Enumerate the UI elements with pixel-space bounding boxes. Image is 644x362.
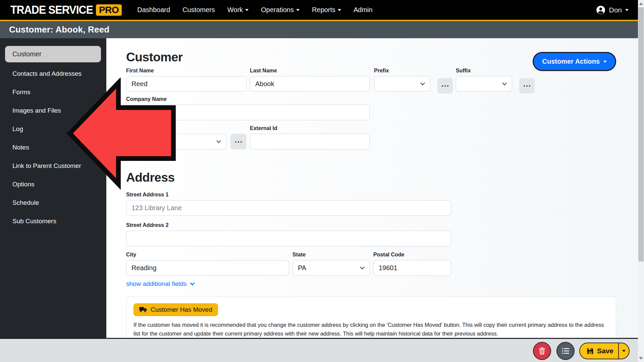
external-id-label: External Id [250, 125, 370, 131]
sidebar-item-contacts-and-addresses[interactable]: Contacts and Addresses [0, 64, 106, 83]
last-name-label: Last Name [250, 68, 370, 74]
page-header: Customer: Abook, Reed [0, 21, 638, 38]
sidebar-item-log[interactable]: Log [0, 120, 106, 138]
caret-down-icon [625, 9, 629, 11]
city-field-group: City [126, 252, 289, 276]
caret-down-icon [338, 9, 341, 11]
street-address-2-input[interactable] [126, 231, 451, 246]
caret-down-icon [296, 9, 300, 11]
nav-menu: Dashboard Customers Work Operations Repo… [137, 6, 372, 14]
chevron-down-icon [360, 266, 365, 269]
bottom-action-bar: Save [0, 338, 638, 362]
chevron-down-icon [420, 82, 425, 85]
suffix-label: Suffix [456, 68, 512, 74]
prefix-field-group: Prefix [374, 68, 430, 92]
save-icon [586, 347, 594, 355]
show-additional-fields-link[interactable]: show additional fields [126, 280, 195, 288]
scrollbar-thumb[interactable] [638, 7, 644, 261]
first-name-field-group: First Name [126, 68, 247, 92]
street-address-1-label: Street Address 1 [126, 192, 451, 198]
truck-icon [139, 307, 147, 313]
state-label: State [292, 252, 370, 258]
scrollbar-down-arrow-icon[interactable] [639, 357, 643, 360]
external-id-input[interactable] [250, 134, 370, 149]
street-address-2-label: Street Address 2 [126, 222, 451, 228]
person-circle-icon [596, 5, 605, 15]
delete-button[interactable] [533, 342, 551, 360]
page-title: Customer: Abook, Reed [9, 24, 109, 35]
nav-item-admin[interactable]: Admin [354, 6, 373, 14]
app-window: TRADE SERVICE PRO Dashboard Customers Wo… [0, 0, 644, 362]
company-name-label: Company Name [126, 96, 370, 102]
main-content: Customer Customer Actions First Name Las… [106, 38, 638, 338]
list-icon [561, 347, 570, 355]
first-name-input[interactable] [126, 76, 247, 92]
address-section-title: Address [126, 171, 175, 185]
chevron-down-icon [190, 282, 195, 286]
city-input[interactable] [126, 260, 289, 276]
customer-type-more-button[interactable]: ⋯ [230, 134, 247, 149]
page-scrollbar[interactable] [638, 0, 644, 362]
sidebar-item-notes[interactable]: Notes [0, 138, 106, 157]
first-name-label: First Name [126, 68, 247, 74]
prefix-more-button[interactable]: ⋯ [437, 78, 453, 94]
street-address-1-input[interactable] [126, 200, 451, 216]
customer-type-field-group [126, 134, 226, 149]
save-split-button: Save [579, 343, 630, 359]
postal-code-field-group: Postal Code [373, 252, 451, 276]
postal-code-label: Postal Code [373, 252, 451, 258]
customer-has-moved-description: If the customer has moved it is recommen… [133, 320, 608, 338]
save-button[interactable]: Save [580, 343, 618, 359]
suffix-field-group: Suffix [456, 68, 512, 92]
sidebar-item-link-to-parent-customer[interactable]: Link to Parent Customer [0, 157, 106, 175]
street-address-1-field-group: Street Address 1 [126, 192, 451, 216]
sidebar-item-sub-customers[interactable]: Sub Customers [0, 212, 106, 230]
user-name: Don [609, 6, 622, 14]
sidebar-item-forms[interactable]: Forms [0, 83, 106, 101]
brand-pro-badge: PRO [96, 4, 122, 16]
sidebar-item-images-and-files[interactable]: Images and Files [0, 101, 106, 120]
customer-has-moved-panel: Customer Has Moved If the customer has m… [126, 297, 616, 338]
nav-item-operations[interactable]: Operations [261, 6, 300, 14]
customer-has-moved-button[interactable]: Customer Has Moved [133, 303, 218, 316]
sidebar-item-options[interactable]: Options [0, 175, 106, 193]
brand-name: TRADE SERVICE [10, 3, 93, 17]
chevron-down-icon [502, 82, 507, 85]
list-button[interactable] [556, 342, 575, 360]
customer-section-title: Customer [126, 50, 183, 64]
company-name-input[interactable] [126, 105, 370, 120]
caret-down-icon [245, 9, 249, 11]
street-address-2-field-group: Street Address 2 [126, 222, 451, 246]
caret-down-icon [622, 350, 626, 352]
brand-logo[interactable]: TRADE SERVICE PRO [8, 2, 125, 17]
top-navbar: TRADE SERVICE PRO Dashboard Customers Wo… [0, 0, 638, 20]
company-name-field-group: Company Name [126, 96, 370, 120]
external-id-field-group: External Id [250, 125, 370, 149]
nav-item-dashboard[interactable]: Dashboard [137, 6, 170, 14]
state-field-group: State PA [292, 252, 370, 276]
suffix-select[interactable] [456, 76, 512, 92]
suffix-more-button[interactable]: ⋯ [519, 78, 535, 94]
save-dropdown-toggle[interactable] [619, 343, 629, 359]
last-name-field-group: Last Name [250, 68, 370, 92]
sidebar-item-customer[interactable]: Customer [5, 46, 101, 62]
prefix-label: Prefix [374, 68, 430, 74]
customer-actions-button[interactable]: Customer Actions [533, 52, 616, 71]
city-label: City [126, 252, 289, 258]
caret-down-icon [603, 61, 607, 63]
scrollbar-up-arrow-icon[interactable] [639, 2, 643, 5]
postal-code-input[interactable] [373, 260, 451, 276]
prefix-select[interactable] [374, 76, 430, 92]
user-menu[interactable]: Don [596, 5, 629, 15]
customer-type-select[interactable] [126, 134, 226, 149]
sidebar-nav: Customer Contacts and Addresses Forms Im… [0, 38, 106, 338]
sidebar-item-schedule[interactable]: Schedule [0, 193, 106, 212]
nav-item-customers[interactable]: Customers [182, 6, 215, 14]
nav-item-work[interactable]: Work [227, 6, 249, 14]
nav-item-reports[interactable]: Reports [312, 6, 341, 14]
last-name-input[interactable] [250, 76, 370, 92]
trash-icon [538, 347, 546, 355]
state-select[interactable]: PA [292, 260, 370, 276]
chevron-down-icon [216, 140, 221, 143]
